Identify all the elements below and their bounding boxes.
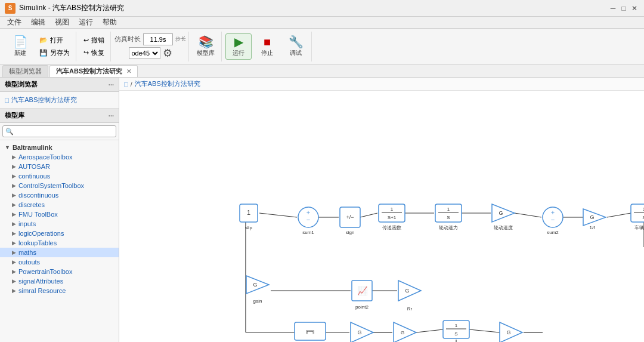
tree-item-label: ControlSystemToolbox <box>18 182 84 189</box>
undo-label: 撤销 <box>91 36 104 45</box>
run-label: 运行 <box>233 49 244 57</box>
sidebar-nav-item[interactable]: □ 汽车ABS控制方法研究 <box>5 94 114 106</box>
titlebar-title: Simulink - 汽车ABS控制方法研究 <box>19 3 124 13</box>
svg-text:轮动速力: 轮动速力 <box>439 225 458 230</box>
tree-item-inputs[interactable]: ▶ inputs <box>0 219 119 229</box>
svg-text:G: G <box>357 329 361 335</box>
svg-rect-30 <box>240 204 258 222</box>
titlebar-left: S Simulink - 汽车ABS控制方法研究 <box>5 3 124 14</box>
tree-item-fmu[interactable]: ▶ FMU ToolBox <box>0 209 119 219</box>
tab-browser-label: 模型浏览器 <box>9 67 42 75</box>
open-save-group: 📂 打开 💾 另存为 <box>36 35 73 58</box>
tree-item-autosar[interactable]: ▶ AUTOSAR <box>0 162 119 171</box>
breadcrumb-separator: / <box>131 81 132 88</box>
svg-text:S: S <box>454 331 457 337</box>
menu-view[interactable]: 视图 <box>50 16 74 29</box>
svg-rect-83 <box>295 322 326 340</box>
svg-text:1: 1 <box>455 323 458 328</box>
stop-button[interactable]: ■ 停止 <box>254 33 280 60</box>
svg-text:G: G <box>506 329 510 335</box>
tree-item-signal[interactable]: ▶ signalAttributes <box>0 276 119 286</box>
svg-marker-50 <box>492 204 515 222</box>
menu-file[interactable]: 文件 <box>2 16 26 29</box>
library-title: 模型库 <box>5 111 24 120</box>
menu-help[interactable]: 帮助 <box>98 16 122 29</box>
tree-item-arrow: ▶ <box>12 230 16 236</box>
breadcrumb-icon: □ <box>124 81 128 88</box>
svg-text:gain: gain <box>253 298 262 304</box>
tree-item-simral[interactable]: ▶ simral Resource <box>0 286 119 295</box>
tree-item-arrow: ▶ <box>12 202 16 208</box>
library-label: 模型库 <box>197 49 215 57</box>
tree-item-discretes[interactable]: ▶ discretes <box>0 200 119 209</box>
tree-item-logic[interactable]: ▶ logicOperations <box>0 229 119 238</box>
sidebar: 模型浏览器 ··· □ 汽车ABS控制方法研究 模型库 ··· ▼ Baltra… <box>0 78 119 342</box>
tab-close-icon[interactable]: ✕ <box>126 68 131 75</box>
run-button[interactable]: ▶ 运行 <box>225 33 252 60</box>
svg-text:sum2: sum2 <box>547 230 559 235</box>
tree-item-lookup[interactable]: ▶ lookupTables <box>0 238 119 248</box>
library-icon: 📚 <box>199 36 213 48</box>
debug-button[interactable]: 🔧 调试 <box>283 33 309 60</box>
open-label: 打开 <box>50 36 63 45</box>
library-more-icon[interactable]: ··· <box>109 112 114 119</box>
tree-item-control[interactable]: ▶ ControlSystemToolbox <box>0 181 119 190</box>
svg-text:╔═╗: ╔═╗ <box>305 328 315 334</box>
svg-rect-45 <box>435 204 462 222</box>
sidebar-title: 模型浏览器 <box>5 80 38 89</box>
simulink-diagram[interactable]: 1 slip + − sum1 +/− sign 1 S+1 传送函数 <box>119 91 644 342</box>
tree-item-label: signalAttributes <box>18 278 63 285</box>
redo-icon: ↪ <box>83 49 89 57</box>
sidebar-more-icon[interactable]: ··· <box>109 81 114 88</box>
tree-item-arrow: ▶ <box>12 164 16 170</box>
open-button[interactable]: 📂 打开 <box>36 35 73 46</box>
tree-item-maths[interactable]: ▶ maths <box>0 248 119 257</box>
tree-item-aerospace[interactable]: ▶ AerospaceToolbox <box>0 152 119 162</box>
titlebar-controls: ─ □ ✕ <box>608 4 639 13</box>
toolbar-run-group: ▶ 运行 ■ 停止 🔧 调试 <box>223 32 312 61</box>
tree-item-outouts[interactable]: ▶ outouts <box>0 257 119 267</box>
tab-abs[interactable]: 汽车ABS控制方法研究 ✕ <box>49 65 138 77</box>
tree-item-label: inputs <box>18 220 36 227</box>
svg-text:车辆速度: 车辆速度 <box>634 225 644 230</box>
tree-item-arrow: ▶ <box>12 249 16 255</box>
search-input[interactable] <box>2 125 116 137</box>
nav-item-label: 汽车ABS控制方法研究 <box>11 95 77 104</box>
library-button[interactable]: 📚 模型库 <box>193 33 219 60</box>
svg-text:Rr: Rr <box>407 306 413 312</box>
tree-item-arrow: ▶ <box>12 211 16 217</box>
undo-button[interactable]: ↩ 撤销 <box>80 35 108 46</box>
svg-line-2 <box>360 213 377 217</box>
menu-run[interactable]: 运行 <box>74 16 98 29</box>
step-label: 步长 <box>175 35 186 43</box>
svg-line-5 <box>515 213 541 217</box>
open-icon: 📂 <box>39 36 48 44</box>
new-button[interactable]: 📄 新建 <box>7 33 33 60</box>
save-button[interactable]: 💾 另存为 <box>36 47 73 58</box>
settings-icon[interactable]: ⚙ <box>163 47 172 60</box>
tree-item-continuous[interactable]: ▶ continuous <box>0 171 119 181</box>
close-button[interactable]: ✕ <box>630 4 639 13</box>
redo-button[interactable]: ↪ 恢复 <box>80 47 108 58</box>
debug-icon: 🔧 <box>289 36 304 48</box>
stop-icon: ■ <box>264 36 271 48</box>
main-area: 模型浏览器 ··· □ 汽车ABS控制方法研究 模型库 ··· ▼ Baltra… <box>0 78 644 342</box>
maximize-button[interactable]: □ <box>619 4 628 13</box>
sim-time-input[interactable] <box>143 33 173 45</box>
svg-line-19 <box>469 329 500 332</box>
svg-text:point2: point2 <box>355 304 369 310</box>
tree-root-simulink[interactable]: ▼ Baltramulink <box>0 143 119 152</box>
stop-label: 停止 <box>261 49 273 57</box>
svg-text:📈: 📈 <box>357 286 368 296</box>
menu-edit[interactable]: 编辑 <box>26 16 50 29</box>
minimize-button[interactable]: ─ <box>608 4 618 13</box>
svg-text:+: + <box>306 209 310 216</box>
solver-select[interactable]: ode45 <box>129 47 160 59</box>
tree-item-powertrain[interactable]: ▶ PowertrainToolbox <box>0 267 119 276</box>
svg-text:1: 1 <box>447 207 450 212</box>
tree-item-discontinuous[interactable]: ▶ discontinuous <box>0 190 119 200</box>
save-label: 另存为 <box>50 48 70 57</box>
tab-browser[interactable]: 模型浏览器 <box>2 65 48 77</box>
breadcrumb-link[interactable]: 汽车ABS控制方法研究 <box>135 79 200 88</box>
tree-item-label: simral Resource <box>18 287 66 294</box>
